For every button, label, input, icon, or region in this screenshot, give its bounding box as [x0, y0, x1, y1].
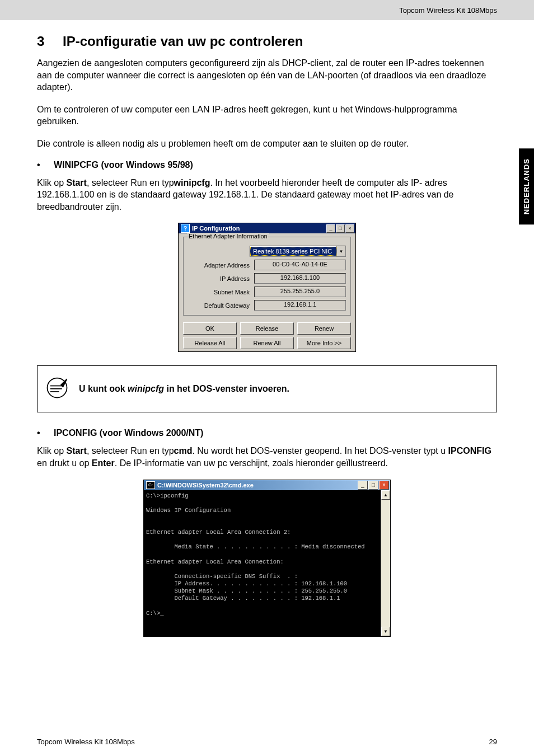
paragraph-1: Aangezien de aangesloten computers gecon… — [37, 57, 497, 93]
bullet-ipconfig-label: IPCONFIG (voor Windows 2000/NT) — [54, 428, 203, 438]
release-button[interactable]: Release — [240, 322, 294, 335]
winipcfg-intro: Klik op Start, selecteer Run en typwinip… — [37, 177, 497, 213]
subnet-mask-value: 255.255.255.0 — [254, 287, 346, 297]
ipconfig-window: ? IP Configuration _ □ × Realtek 8139-se… — [178, 223, 356, 352]
ip-address-value: 192.168.1.100 — [254, 273, 346, 284]
paragraph-2: Om te controleren of uw computer een LAN… — [37, 104, 497, 128]
header-product: Topcom Wireless Kit 108Mbps — [399, 6, 497, 15]
adapter-selected: Realtek 8139-series PCI NIC — [250, 247, 336, 256]
default-gateway-label: Default Gateway — [188, 302, 254, 309]
adapter-address-value: 00-C0-4C-A0-14-0E — [254, 260, 346, 270]
scroll-up-icon[interactable]: ▲ — [381, 490, 390, 500]
renew-all-button[interactable]: Renew All — [240, 337, 294, 349]
note-text: U kunt ook winipcfg in het DOS-venster i… — [79, 384, 289, 394]
ethernet-adapter-group: Realtek 8139-series PCI NIC ▼ Adapter Ad… — [183, 237, 351, 316]
cmd-title-text: C:\WINDOWS\System32\cmd.exe — [157, 482, 358, 489]
default-gateway-value: 192.168.1.1 — [254, 300, 346, 311]
minimize-icon[interactable]: _ — [358, 481, 368, 490]
cmd-title-icon: C: — [146, 481, 155, 489]
note-icon — [45, 376, 69, 402]
note-box: U kunt ook winipcfg in het DOS-venster i… — [37, 365, 497, 412]
ipconfig-title-text: IP Configuration — [192, 225, 326, 232]
page-header: Topcom Wireless Kit 108Mbps — [0, 0, 534, 20]
cmd-titlebar: C: C:\WINDOWS\System32\cmd.exe _ □ × — [144, 480, 390, 490]
bullet-dot: • — [37, 160, 54, 170]
adapter-address-label: Adapter Address — [188, 262, 254, 269]
scroll-track[interactable] — [381, 500, 390, 627]
section-number: 3 — [37, 34, 63, 49]
cmd-scrollbar[interactable]: ▲ ▼ — [381, 490, 390, 636]
subnet-mask-label: Subnet Mask — [188, 289, 254, 295]
footer-left: Topcom Wireless Kit 108Mbps — [37, 738, 135, 746]
chevron-down-icon[interactable]: ▼ — [336, 246, 345, 256]
section-heading: 3IP-configuratie van uw pc controleren — [37, 34, 497, 49]
renew-button[interactable]: Renew — [297, 322, 351, 335]
close-icon[interactable]: × — [379, 481, 389, 490]
ipconfig-titlebar: ? IP Configuration _ □ × — [179, 223, 355, 233]
minimize-icon[interactable]: _ — [326, 224, 335, 233]
page-footer: Topcom Wireless Kit 108Mbps 29 — [37, 738, 497, 746]
language-tab: NEDERLANDS — [519, 148, 534, 224]
close-icon[interactable]: × — [345, 224, 354, 233]
ipconfig-intro: Klik op Start, selecteer Run en typcmd. … — [37, 445, 497, 469]
section-title-text: IP-configuratie van uw pc controleren — [63, 34, 303, 49]
footer-page-number: 29 — [489, 738, 497, 746]
paragraph-3: Die controle is alleen nodig als u probl… — [37, 138, 497, 150]
scroll-down-icon[interactable]: ▼ — [381, 627, 390, 636]
bullet-winipcfg: • WINIPCFG (voor Windows 95/98) — [37, 160, 497, 170]
more-info-button[interactable]: More Info >> — [297, 337, 351, 349]
cmd-output: C:\>ipconfig Windows IP Configuration Et… — [144, 490, 381, 636]
release-all-button[interactable]: Release All — [183, 337, 237, 349]
bullet-ipconfig: • IPCONFIG (voor Windows 2000/NT) — [37, 428, 497, 438]
cmd-window: C: C:\WINDOWS\System32\cmd.exe _ □ × C:\… — [143, 480, 391, 637]
bullet-winipcfg-label: WINIPCFG (voor Windows 95/98) — [54, 160, 193, 170]
bullet-dot: • — [37, 428, 54, 438]
ip-address-label: IP Address — [188, 275, 254, 282]
ok-button[interactable]: OK — [183, 322, 237, 335]
adapter-combobox[interactable]: Realtek 8139-series PCI NIC ▼ — [250, 246, 346, 257]
maximize-icon[interactable]: □ — [368, 481, 378, 490]
ipconfig-title-icon: ? — [181, 224, 190, 233]
svg-point-0 — [48, 378, 67, 398]
maximize-icon[interactable]: □ — [336, 224, 345, 233]
